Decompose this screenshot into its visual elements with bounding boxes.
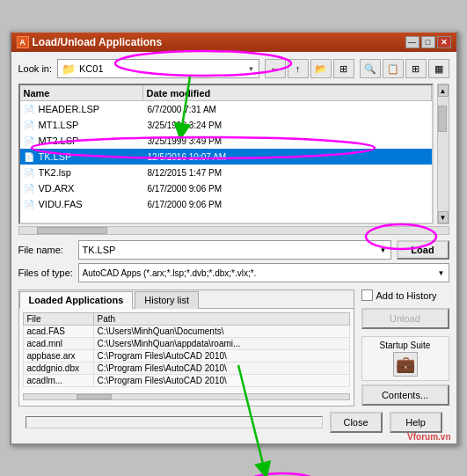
view-grid-button[interactable]: ▦: [428, 59, 449, 78]
loaded-file-path: C:\Users\MinhQuan\Documents\: [93, 326, 349, 338]
unload-button[interactable]: Unload: [361, 308, 449, 329]
progress-bar: [26, 416, 323, 428]
file-name: MT1.LSP: [39, 120, 148, 130]
title-controls: — □ ✕: [405, 36, 451, 48]
file-icon: 📄: [22, 182, 36, 194]
filetype-combo[interactable]: AutoCAD Apps (*.arx;*.lsp;*.dvb;*.dbx;*.…: [78, 263, 449, 282]
file-icon: 📄: [22, 150, 36, 163]
maximize-button[interactable]: □: [421, 36, 435, 48]
scroll-thumb[interactable]: [438, 106, 447, 132]
filetype-value: AutoCAD Apps (*.arx;*.lsp;*.dvb;*.dbx;*.…: [83, 268, 438, 278]
minimize-button[interactable]: —: [405, 36, 420, 48]
file-name: HEADER.LSP: [39, 104, 148, 114]
app-icon: A: [17, 36, 29, 48]
file-list-container: Name Date modified 📄 HEADER.LSP 6/7/2000…: [18, 84, 434, 224]
file-list-area: Name Date modified 📄 HEADER.LSP 6/7/2000…: [18, 84, 449, 224]
file-name: VD.ARX: [39, 183, 148, 194]
file-row[interactable]: 📄 HEADER.LSP 6/7/2000 7:31 AM: [20, 101, 432, 117]
file-date: 8/12/2015 1:47 PM: [148, 168, 430, 178]
loaded-file-row[interactable]: acadlm... C:\Program Files\AutoCAD 2010\: [23, 375, 349, 387]
file-icon: 📄: [22, 166, 36, 179]
views-button[interactable]: ⊞: [333, 59, 354, 78]
tab-history-list[interactable]: History list: [135, 291, 199, 309]
right-toolbar: 🔍 📋 ⊞ ▦: [360, 59, 449, 78]
tab-headers: Loaded Applications History list: [19, 290, 354, 309]
loaded-file-row[interactable]: acad.FAS C:\Users\MinhQuan\Documents\: [23, 326, 349, 338]
look-in-label: Look in:: [18, 63, 53, 74]
file-row[interactable]: 📄 TK2.lsp 8/12/2015 1:47 PM: [20, 165, 432, 180]
view-detail-button[interactable]: ⊞: [405, 59, 427, 78]
title-bar-left: A Load/Unload Applications: [17, 36, 163, 48]
file-list-scroll[interactable]: 📄 HEADER.LSP 6/7/2000 7:31 AM 📄 MT1.LSP …: [20, 101, 432, 224]
path-col-header: Path: [93, 313, 349, 326]
contents-button[interactable]: Contents...: [361, 384, 449, 406]
loaded-file-name: acad.FAS: [23, 326, 93, 338]
tabs-area: Loaded Applications History list File Pa…: [18, 289, 449, 406]
tab-loaded-applications[interactable]: Loaded Applications: [19, 291, 134, 309]
loaded-file-row[interactable]: acddgnio.dbx C:\Program Files\AutoCAD 20…: [23, 362, 349, 375]
file-icon: 📄: [22, 198, 36, 210]
loaded-table: File Path acad.FAS C:\Users\MinhQuan\Doc…: [23, 312, 350, 387]
loaded-file-path: C:\Program Files\AutoCAD 2010\: [93, 375, 349, 387]
tabs-left: Loaded Applications History list File Pa…: [18, 289, 354, 406]
add-history-row: Add to History: [361, 289, 449, 301]
view-list-button[interactable]: 📋: [383, 59, 404, 78]
name-column-header: Name: [20, 85, 143, 100]
filetype-label: Files of type:: [18, 267, 73, 278]
h-scroll-thumb[interactable]: [37, 227, 107, 234]
folder-icon: 📁: [62, 62, 76, 76]
inner-scroll-thumb[interactable]: [77, 394, 112, 399]
new-folder-button[interactable]: 📂: [310, 59, 332, 78]
search-button[interactable]: 🔍: [360, 59, 381, 78]
loaded-file-row[interactable]: appbase.arx C:\Program Files\AutoCAD 201…: [23, 350, 349, 362]
file-row[interactable]: 📄 MT2.LSP 3/25/1999 3:49 PM: [20, 133, 432, 149]
look-in-value: KC01: [79, 63, 244, 74]
file-name: TK2.lsp: [39, 167, 148, 178]
file-list-scrollbar[interactable]: ▲ ▼: [437, 84, 449, 224]
file-icon: 📄: [22, 119, 36, 131]
chevron-down-icon: ▼: [248, 65, 255, 73]
filetype-arrow-icon: ▼: [438, 269, 445, 277]
window-body: Look in: 📁 KC01 ▼ ← ↑ 📂 ⊞ 🔍 📋 ⊞ ▦: [11, 52, 456, 443]
inner-hscrollbar[interactable]: [23, 393, 350, 400]
close-button[interactable]: Close: [330, 412, 383, 433]
look-in-row: Look in: 📁 KC01 ▼ ← ↑ 📂 ⊞ 🔍 📋 ⊞ ▦: [18, 59, 449, 78]
file-list-hscrollbar: [18, 226, 449, 235]
watermark: Vforum.vn: [407, 432, 450, 442]
file-row[interactable]: 📄 MT1.LSP 3/25/1999 3:24 PM: [20, 117, 432, 133]
look-in-combo[interactable]: 📁 KC01 ▼: [57, 59, 259, 78]
file-name: TK.LSP: [39, 151, 148, 162]
filename-input[interactable]: TK.LSP ▼: [78, 240, 391, 260]
close-window-button[interactable]: ✕: [437, 36, 451, 48]
filetype-row: Files of type: AutoCAD Apps (*.arx;*.lsp…: [18, 263, 449, 282]
file-date: 3/25/1999 3:24 PM: [148, 121, 430, 130]
file-row[interactable]: 📄 VD.ARX 6/17/2000 9:06 PM: [20, 180, 432, 196]
date-column-header: Date modified: [143, 85, 432, 100]
tab-content-loaded: File Path acad.FAS C:\Users\MinhQuan\Doc…: [19, 309, 354, 406]
file-date: 6/17/2000 9:06 PM: [148, 200, 430, 209]
file-row-selected[interactable]: 📄 TK.LSP 12/5/2016 10:07 AM: [20, 149, 432, 165]
back-button[interactable]: ←: [265, 59, 286, 78]
startup-suite-label: Startup Suite: [380, 341, 431, 350]
file-date: 6/17/2000 9:06 PM: [148, 184, 430, 194]
add-history-label: Add to History: [376, 290, 437, 301]
loaded-file-path: C:\Program Files\AutoCAD 2010\: [93, 362, 349, 375]
scroll-down-arrow[interactable]: ▼: [438, 211, 449, 223]
add-to-history-checkbox[interactable]: [361, 289, 373, 301]
file-icon: 📄: [22, 135, 36, 147]
loaded-file-name: acddgnio.dbx: [23, 362, 93, 375]
scroll-up-arrow[interactable]: ▲: [438, 84, 449, 97]
loaded-file-path: C:\Users\MinhQuan\appdata\roami...: [93, 338, 349, 350]
loaded-table-wrapper: File Path acad.FAS C:\Users\MinhQuan\Doc…: [23, 312, 350, 392]
h-scroll-track[interactable]: [18, 226, 449, 235]
load-button[interactable]: Load: [397, 240, 449, 260]
up-button[interactable]: ↑: [288, 59, 309, 78]
startup-suite-section: Startup Suite 💼: [361, 336, 449, 381]
filename-label: File name:: [18, 245, 73, 255]
file-row[interactable]: 📄 VIDU.FAS 6/17/2000 9:06 PM: [20, 196, 432, 212]
scroll-track[interactable]: [438, 97, 449, 211]
help-button[interactable]: Help: [390, 412, 442, 433]
loaded-file-row[interactable]: acad.mnl C:\Users\MinhQuan\appdata\roami…: [23, 338, 349, 350]
file-date: 3/25/1999 3:49 PM: [148, 136, 430, 146]
main-window: A Load/Unload Applications — □ ✕ Look in…: [10, 31, 458, 445]
